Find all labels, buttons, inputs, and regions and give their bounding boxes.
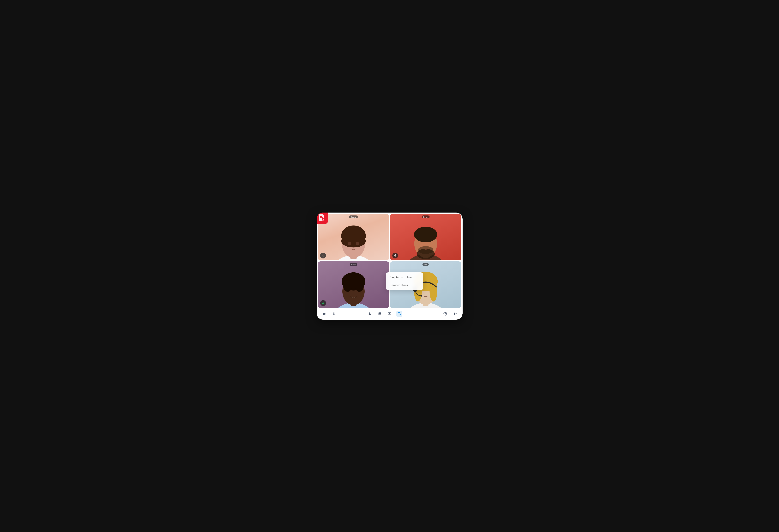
- svg-point-56: [445, 313, 446, 314]
- svg-point-53: [408, 313, 408, 314]
- svg-rect-41: [334, 312, 335, 314]
- toolbar-right-group: [442, 311, 458, 317]
- add-participant-button[interactable]: [452, 311, 458, 317]
- ethan-face: [390, 214, 461, 260]
- camera-button[interactable]: [321, 311, 327, 317]
- svg-rect-52: [400, 314, 401, 315]
- ava-name-label: Ava: [422, 263, 429, 266]
- svg-rect-1: [320, 217, 323, 218]
- show-captions-item[interactable]: Show captions: [386, 281, 423, 289]
- stop-transcription-item[interactable]: Stop transcription: [386, 274, 423, 281]
- svg-point-10: [348, 242, 351, 245]
- toolbar-center-group: [367, 311, 412, 317]
- svg-point-54: [409, 313, 409, 314]
- svg-rect-30: [322, 302, 323, 303]
- more-options-button[interactable]: [406, 311, 412, 317]
- svg-rect-21: [395, 254, 396, 255]
- video-grid: Sophia: [317, 213, 463, 308]
- svg-point-57: [454, 313, 455, 314]
- microphone-button[interactable]: [331, 311, 337, 317]
- noah-name-label: Noah: [350, 263, 357, 266]
- noah-mic-button[interactable]: [320, 300, 326, 306]
- sophia-mic-button[interactable]: [320, 253, 326, 258]
- participants-button[interactable]: [367, 311, 373, 317]
- app-icon: [317, 213, 328, 224]
- chat-button[interactable]: [377, 311, 383, 317]
- svg-point-20: [418, 246, 433, 254]
- video-tile-ethan: Ethan: [390, 214, 461, 260]
- svg-point-28: [343, 279, 352, 292]
- video-tile-noah: Noah: [318, 261, 389, 308]
- transcription-button[interactable]: [396, 311, 402, 317]
- svg-point-11: [356, 242, 359, 245]
- svg-point-44: [369, 312, 370, 314]
- svg-rect-12: [322, 254, 323, 255]
- settings-button[interactable]: [442, 311, 448, 317]
- video-tile-sophia: Sophia: [318, 214, 389, 260]
- ethan-name-label: Ethan: [422, 216, 430, 218]
- ethan-mic-button[interactable]: [392, 253, 398, 258]
- context-menu: Stop transcription Show captions: [386, 273, 423, 290]
- svg-rect-3: [322, 219, 323, 220]
- svg-point-9: [341, 234, 366, 247]
- noah-face: [318, 261, 389, 308]
- share-screen-button[interactable]: [386, 311, 393, 317]
- svg-point-18: [414, 227, 437, 242]
- toolbar-left-group: [321, 311, 337, 317]
- toolbar: [317, 308, 463, 319]
- svg-point-38: [429, 281, 437, 301]
- svg-rect-0: [320, 216, 322, 217]
- sophia-name-label: Sophia: [349, 216, 358, 218]
- svg-point-45: [370, 313, 371, 314]
- svg-point-55: [410, 313, 410, 314]
- device-frame: Sophia: [317, 213, 463, 319]
- svg-point-29: [355, 279, 364, 292]
- sophia-face: [318, 214, 389, 260]
- svg-point-40: [420, 295, 422, 296]
